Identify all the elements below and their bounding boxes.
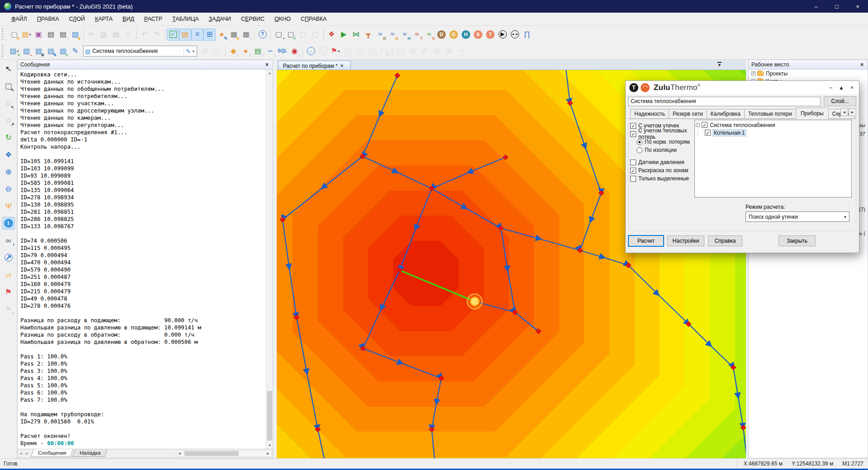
- run-batch-button[interactable]: ►◄: [509, 28, 521, 41]
- checkbox-датчики-давления[interactable]: Датчики давления: [630, 158, 694, 166]
- select-tool[interactable]: ↖: [2, 62, 15, 75]
- scroll-left-icon[interactable]: ◄: [176, 451, 183, 456]
- dialog-tab-калибровка[interactable]: Калибровка: [707, 109, 745, 118]
- checkbox-icon[interactable]: [630, 176, 636, 182]
- network-source-button[interactable]: ┳: [362, 28, 374, 41]
- select-circle-tool[interactable]: ◌↖: [2, 97, 15, 109]
- bookmarks-button[interactable]: ⚑▾: [329, 45, 341, 57]
- help-button[interactable]: ?: [256, 28, 269, 41]
- menu-окно[interactable]: ОКНО: [269, 14, 296, 24]
- tree-expander-icon[interactable]: −: [696, 123, 700, 127]
- menu-растр[interactable]: РАСТР: [139, 14, 167, 24]
- справка-button[interactable]: Справка: [708, 235, 742, 246]
- map-edit-button[interactable]: ✎: [69, 45, 81, 57]
- layer-name-input[interactable]: [628, 97, 821, 106]
- horizontal-scrollbar[interactable]: ◄ ►: [176, 450, 272, 457]
- checkbox-icon[interactable]: ✓: [630, 131, 636, 137]
- menu-задачи[interactable]: ЗАДАЧИ: [204, 14, 236, 24]
- sql-query-button[interactable]: SQL: [276, 45, 288, 57]
- расчет-button[interactable]: Расчет: [628, 235, 664, 246]
- dialog-minimize-button[interactable]: –: [829, 85, 832, 91]
- layer-select-button[interactable]: Слой...: [824, 96, 856, 106]
- scrollbar-thumb[interactable]: [184, 451, 239, 456]
- tab-overflow-icon[interactable]: ▼: [717, 62, 722, 67]
- tool-h-button[interactable]: H: [460, 28, 472, 41]
- info-tool[interactable]: i: [2, 217, 15, 230]
- find-info-tool[interactable]: ∞i: [2, 234, 15, 247]
- tabs-scroll-left-icon[interactable]: ◄: [840, 108, 848, 116]
- messages-tab-сообщения[interactable]: Сообщения: [31, 449, 73, 457]
- checkbox-только-выделенные[interactable]: Только выделенные: [630, 174, 694, 183]
- run-calculation-button[interactable]: ▶: [496, 28, 509, 41]
- workspace-item-проекты[interactable]: +Проекты: [749, 70, 868, 77]
- maximize-button[interactable]: □: [826, 0, 847, 13]
- print-composite-button[interactable]: ▢✓: [285, 28, 297, 41]
- chevron-down-icon[interactable]: ▾: [192, 49, 195, 53]
- dialog-tab-тепловые-потери[interactable]: Тепловые потери: [744, 109, 796, 118]
- toolbar-grip[interactable]: [2, 28, 6, 40]
- scroll-down-icon[interactable]: ▾: [266, 442, 273, 449]
- import-image-button[interactable]: ▧∗: [69, 28, 81, 41]
- chart-t-button[interactable]: ≈T: [411, 28, 423, 41]
- radio-icon[interactable]: [637, 147, 642, 153]
- open-document-button[interactable]: ▤▾: [20, 28, 33, 41]
- goto-tool[interactable]: ↗: [2, 251, 15, 264]
- menu-таблица[interactable]: ТАБЛИЦА: [167, 14, 204, 24]
- tool-t-button[interactable]: T: [484, 28, 496, 41]
- menu-справка[interactable]: СПРАВКА: [296, 14, 332, 24]
- fit-extent-button[interactable]: ❖: [2, 148, 15, 161]
- radio-icon[interactable]: [637, 139, 642, 145]
- menu-правка[interactable]: ПРАВКА: [32, 14, 64, 24]
- zoom-out-tool[interactable]: ⊖: [2, 183, 15, 195]
- scrollbar-thumb[interactable]: [267, 391, 272, 441]
- dialog-tab-резерв-сети[interactable]: Резерв сети: [669, 109, 707, 118]
- new-table-button[interactable]: ▦∗: [228, 28, 240, 41]
- legend-panel-toggle[interactable]: ≡: [191, 28, 203, 41]
- refresh-map-button[interactable]: ↻: [2, 131, 15, 144]
- layer-search-button[interactable]: ▤◌: [252, 45, 264, 57]
- workspace-panel-toggle[interactable]: ⊞: [203, 28, 216, 41]
- menu-карта[interactable]: КАРТА: [90, 14, 118, 24]
- chart-g-button[interactable]: ≈G: [387, 28, 399, 41]
- menu-слой[interactable]: СЛОЙ: [64, 14, 90, 24]
- chart-d-button[interactable]: ≈D: [374, 28, 387, 41]
- radio-по-изоляции[interactable]: По изоляции: [630, 146, 694, 154]
- dialog-tab-приборы[interactable]: Приборы: [796, 108, 829, 119]
- messages-panel-toggle[interactable]: ✓: [167, 28, 179, 41]
- tree-item-система-теплоснабжения[interactable]: −✓Система теплоснабжения: [696, 121, 850, 129]
- закрыть-button[interactable]: Закрыть: [778, 235, 816, 246]
- radio-по-норм-потерям[interactable]: По норм. потерям: [630, 138, 694, 146]
- tree-expander-icon[interactable]: +: [751, 71, 755, 75]
- address-search-button[interactable]: ◉◌: [288, 45, 301, 57]
- close-icon[interactable]: ×: [338, 63, 346, 69]
- layer-properties-button[interactable]: ▧✱: [33, 45, 45, 57]
- layer-refresh-icon[interactable]: ◌: [177, 48, 183, 54]
- checkbox-icon[interactable]: ✓: [630, 123, 636, 129]
- layer-remove-button[interactable]: ▧−: [20, 45, 33, 57]
- nav-back-button[interactable]: ←: [305, 45, 317, 57]
- save-button[interactable]: ▣: [33, 28, 45, 41]
- database-edit-button[interactable]: ●✎: [216, 28, 228, 41]
- mode-combobox[interactable]: Поиск одной утечки ▾: [745, 212, 849, 222]
- layers-panel-toggle[interactable]: ▤: [179, 28, 191, 41]
- select-lasso-tool[interactable]: ◌↗: [2, 114, 15, 127]
- new-document-button[interactable]: ▢∗: [8, 28, 20, 41]
- geometry-search-button[interactable]: ∽◌: [264, 45, 276, 57]
- panel-splitter[interactable]: [273, 60, 277, 458]
- vertical-scrollbar[interactable]: ▴ ▾: [266, 70, 273, 449]
- layer-edit-button[interactable]: ▧✎: [45, 45, 57, 57]
- flag-tool[interactable]: ⚑: [2, 286, 15, 298]
- close-button[interactable]: ×: [847, 0, 868, 13]
- dialog-tab-надежность[interactable]: Надежность: [630, 109, 669, 118]
- close-icon[interactable]: ×: [264, 61, 270, 68]
- menu-сервис[interactable]: СЕРВИС: [236, 14, 269, 24]
- checkbox-icon[interactable]: [630, 160, 636, 165]
- scroll-up-icon[interactable]: ▴: [266, 70, 273, 76]
- print-preview-button[interactable]: ▤◌: [57, 28, 69, 41]
- tree-item-котельная-1[interactable]: ✓Котельная-1: [696, 129, 850, 136]
- checkbox-icon[interactable]: ✓: [702, 122, 708, 128]
- pan-tool[interactable]: Ψ: [2, 200, 15, 212]
- print-map-button[interactable]: ▢▪: [273, 28, 285, 41]
- dialog-titlebar[interactable]: T ◠ ZuluThermo® – ▲ ×: [626, 81, 859, 94]
- tab-scroll-right-icon[interactable]: ►: [24, 449, 30, 456]
